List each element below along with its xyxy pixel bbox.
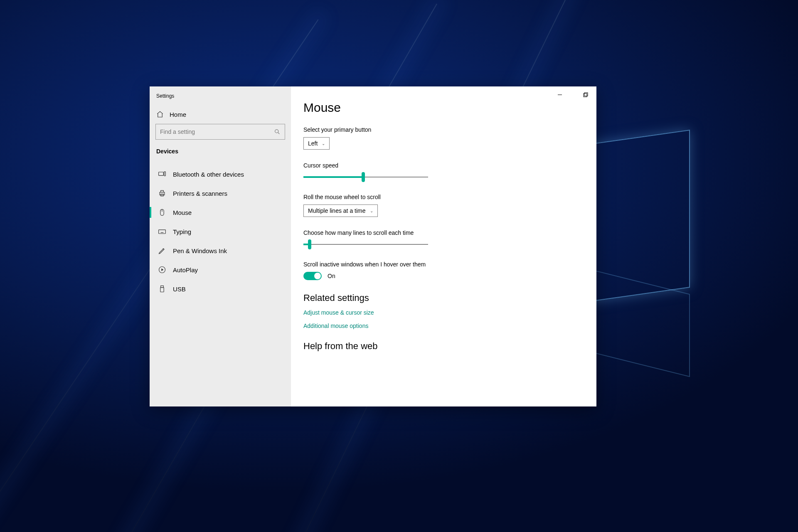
sidebar-item-typing[interactable]: Typing [150, 222, 291, 241]
home-nav[interactable]: Home [150, 106, 291, 124]
sidebar-item-label: Bluetooth & other devices [173, 171, 244, 178]
sidebar-item-label: AutoPlay [173, 266, 198, 273]
pen-icon [158, 246, 166, 255]
usb-icon [158, 285, 166, 293]
related-settings-heading: Related settings [303, 293, 580, 303]
sidebar-item-label: Pen & Windows Ink [173, 247, 227, 254]
sidebar-item-bluetooth[interactable]: Bluetooth & other devices [150, 165, 291, 184]
search-input[interactable] [155, 124, 285, 140]
chevron-down-icon: ⌄ [370, 209, 373, 213]
slider-thumb[interactable] [308, 239, 311, 249]
content-pane: Mouse Select your primary button Left ⌄ … [291, 86, 596, 406]
sidebar-item-label: Printers & scanners [173, 190, 227, 197]
cursor-speed-section: Cursor speed [303, 162, 580, 181]
scroll-lines-label: Choose how many lines to scroll each tim… [303, 229, 580, 236]
svg-line-1 [278, 133, 280, 134]
sidebar-item-mouse[interactable]: Mouse [150, 203, 291, 222]
keyboard-icon [158, 227, 166, 236]
page-title: Mouse [303, 101, 580, 115]
category-heading: Devices [150, 145, 291, 159]
sidebar-item-label: Mouse [173, 209, 192, 216]
sidebar-item-printers[interactable]: Printers & scanners [150, 184, 291, 203]
sidebar-item-label: Typing [173, 228, 191, 235]
scroll-inactive-section: Scroll inactive windows when I hover ove… [303, 261, 580, 280]
scroll-mode-dropdown[interactable]: Multiple lines at a time ⌄ [303, 204, 378, 217]
svg-rect-18 [160, 288, 164, 292]
chevron-down-icon: ⌄ [322, 141, 325, 146]
link-additional-mouse-options[interactable]: Additional mouse options [303, 323, 580, 329]
scroll-inactive-label: Scroll inactive windows when I hover ove… [303, 261, 580, 268]
svg-rect-21 [584, 93, 588, 96]
home-label: Home [170, 111, 186, 118]
sidebar-nav: Bluetooth & other devices Printers & sca… [150, 165, 291, 298]
scroll-lines-section: Choose how many lines to scroll each tim… [303, 229, 580, 249]
link-adjust-cursor-size[interactable]: Adjust mouse & cursor size [303, 309, 580, 316]
sidebar-item-autoplay[interactable]: AutoPlay [150, 260, 291, 279]
svg-rect-5 [161, 190, 164, 192]
scroll-inactive-toggle[interactable] [303, 272, 322, 280]
scroll-mode-label: Roll the mouse wheel to scroll [303, 194, 580, 200]
home-icon [156, 111, 164, 118]
svg-rect-3 [164, 172, 165, 176]
devices-icon [158, 170, 166, 178]
svg-marker-16 [161, 268, 163, 271]
window-title: Settings [150, 90, 291, 106]
toggle-state: On [328, 273, 335, 279]
svg-rect-20 [584, 94, 587, 97]
minimize-button[interactable] [552, 89, 567, 101]
primary-button-value: Left [308, 140, 318, 147]
svg-rect-9 [159, 230, 166, 234]
settings-window: Settings Home Devices [150, 86, 596, 406]
slider-thumb[interactable] [362, 172, 365, 182]
window-controls [552, 89, 593, 101]
cursor-speed-slider[interactable] [303, 173, 428, 181]
primary-button-label: Select your primary button [303, 126, 580, 133]
autoplay-icon [158, 266, 166, 274]
svg-rect-2 [159, 172, 164, 175]
svg-rect-17 [161, 286, 164, 288]
help-heading: Help from the web [303, 341, 580, 352]
sidebar-item-label: USB [173, 286, 186, 293]
svg-rect-4 [160, 192, 165, 195]
primary-button-section: Select your primary button Left ⌄ [303, 126, 580, 150]
mouse-icon [158, 208, 166, 217]
primary-button-dropdown[interactable]: Left ⌄ [303, 137, 330, 150]
printer-icon [158, 189, 166, 197]
maximize-button[interactable] [578, 89, 593, 101]
desktop-wallpaper: Settings Home Devices [0, 0, 798, 532]
scroll-lines-slider[interactable] [303, 240, 428, 249]
sidebar-item-usb[interactable]: USB [150, 279, 291, 298]
scroll-mode-value: Multiple lines at a time [308, 207, 366, 214]
search-icon [274, 128, 281, 135]
search-input-field[interactable] [160, 128, 274, 135]
sidebar: Settings Home Devices [150, 86, 291, 406]
svg-point-0 [275, 130, 278, 133]
scroll-mode-section: Roll the mouse wheel to scroll Multiple … [303, 194, 580, 217]
sidebar-item-pen[interactable]: Pen & Windows Ink [150, 241, 291, 260]
cursor-speed-label: Cursor speed [303, 162, 580, 169]
